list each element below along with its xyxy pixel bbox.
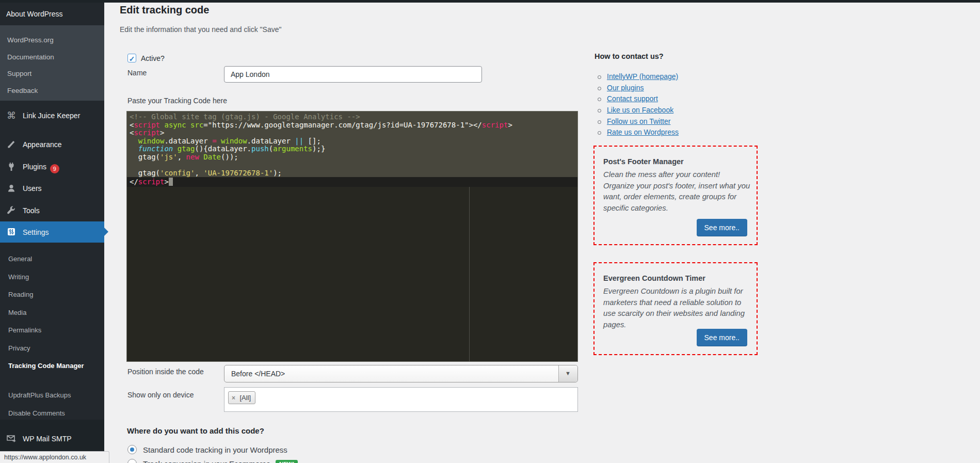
code-line: function gtag(){dataLayer.push(arguments… [130, 145, 577, 153]
sidebar-item-disable-comments[interactable]: Disable Comments [8, 407, 101, 419]
link-our-plugins[interactable]: Our plugins [607, 84, 644, 92]
plugins-update-badge: 9 [50, 164, 59, 173]
sidebar-item-writing[interactable]: Writing [8, 271, 101, 283]
see-more-button[interactable]: See more.. [697, 329, 747, 346]
flyout-item-support[interactable]: Support [7, 70, 31, 80]
code-line: gtag('js', new Date()); [130, 153, 577, 162]
menu-label: Tools [23, 206, 40, 215]
bullet-icon [598, 120, 601, 124]
radio-ecommerce-tracking[interactable] [127, 459, 137, 463]
bullet-icon [598, 109, 601, 113]
bullet-icon [598, 87, 601, 90]
device-tag-all: × [All] [228, 391, 255, 404]
code-line: gtag('config', 'UA-197672678-1'); [130, 169, 577, 178]
sidebar-item-wp-mail-smtp[interactable]: WP Mail SMTP [0, 429, 104, 449]
sidebar-item-media[interactable]: Media [8, 307, 101, 318]
sidebar-item-plugins[interactable]: Plugins9 [0, 157, 104, 177]
tracking-code-editor[interactable]: <!-- Global site tag (gtag.js) - Google … [126, 111, 578, 362]
promo-title: Evergreen Countdown Timer [603, 274, 705, 282]
bullet-icon [598, 98, 601, 101]
sidebar-item-tools[interactable]: Tools [0, 201, 104, 220]
code-line: <script async src="https://www.googletag… [130, 121, 577, 130]
device-tag-label: [All] [239, 394, 251, 402]
code-line: <script> [130, 129, 577, 137]
page: About WordPress WordPress.org Documentat… [0, 0, 980, 463]
settings-icon [6, 227, 17, 237]
menu-label: Settings [23, 228, 49, 236]
menu-label: Appearance [23, 140, 62, 149]
link-contact-support[interactable]: Contact support [607, 94, 658, 103]
radio-standard-tracking[interactable] [127, 445, 137, 454]
user-icon [6, 183, 17, 194]
sidebar-item-about-wordpress[interactable]: About WordPress [0, 3, 104, 25]
page-subtitle: Edit the information that you need and c… [120, 25, 281, 34]
code-line [130, 161, 577, 169]
sidebar-item-settings[interactable]: Settings [0, 221, 104, 243]
position-label: Position inside the code [127, 368, 204, 376]
active-checkbox[interactable]: ✓ [127, 54, 136, 62]
menu-label: Link Juice Keeper [23, 111, 80, 120]
radio-standard-label: Standard code tracking in your Wordpress [143, 445, 287, 454]
sidebar-item-permalinks[interactable]: Permalinks [8, 324, 101, 336]
admin-topbar [0, 0, 980, 3]
name-label: Name [127, 69, 147, 77]
code-line: window.dataLayer = window.dataLayer || [… [130, 137, 577, 146]
menu-label: Users [23, 184, 42, 193]
flyout-item-documentation[interactable]: Documentation [7, 53, 54, 63]
code-content: <!-- Global site tag (gtag.js) - Google … [127, 111, 577, 178]
sidebar-item-tracking-code-manager[interactable]: Tracking Code Manager [8, 360, 86, 372]
radio-ecommerce-label: Track conversion in your EcommerceNEW! [143, 459, 298, 463]
about-wordpress-label: About WordPress [6, 10, 62, 18]
knot-icon: ⌘ [6, 110, 17, 121]
sidebar-item-general[interactable]: General [8, 253, 101, 265]
select-dropdown-button[interactable]: ▼ [558, 365, 577, 382]
device-multiselect[interactable]: × [All] [224, 387, 578, 412]
position-select[interactable]: Before </HEAD> ▼ [224, 365, 578, 382]
sidebar-item-updraftplus-backups[interactable]: UpdraftPlus Backups [8, 389, 101, 401]
promo-title: Post's Footer Manager [603, 157, 684, 166]
flyout-item-feedback[interactable]: Feedback [7, 87, 38, 97]
active-label: Active? [141, 54, 165, 62]
promo-evergreen-countdown-timer: Evergreen Countdown Timer Evergreen Coun… [593, 262, 758, 355]
brush-icon [6, 139, 17, 150]
check-icon: ✓ [129, 55, 135, 63]
contact-title: How to contact us? [595, 52, 664, 60]
menu-label: Plugins9 [23, 163, 59, 173]
where-heading: Where do you want to add this code? [127, 426, 264, 435]
editor-ruler-line [469, 187, 470, 361]
device-label: Show only on device [127, 391, 194, 399]
new-badge: NEW! [276, 460, 298, 463]
link-facebook[interactable]: Like us on Facebook [607, 106, 673, 114]
wrench-icon [6, 205, 17, 216]
mail-icon [6, 434, 17, 444]
code-line: <!-- Global site tag (gtag.js) - Google … [130, 113, 577, 121]
code-label: Paste your Tracking Code here [127, 97, 227, 105]
remove-tag-icon[interactable]: × [232, 394, 235, 402]
sidebar-item-appearance[interactable]: Appearance [0, 135, 104, 154]
active-menu-arrow [104, 228, 108, 236]
flyout-item-wordpress-org[interactable]: WordPress.org [7, 36, 54, 46]
status-url: https://www.applondon.co.uk [4, 454, 86, 461]
sidebar-item-link-juice-keeper[interactable]: ⌘ Link Juice Keeper [0, 106, 104, 125]
link-intellywp-homepage[interactable]: IntellyWP (homepage) [607, 72, 678, 81]
see-more-button[interactable]: See more.. [697, 219, 747, 236]
sidebar-item-users[interactable]: Users [0, 179, 104, 198]
name-input[interactable] [224, 66, 482, 83]
link-status-tooltip: https://www.applondon.co.uk [0, 451, 109, 463]
promo-description: Clean the mess after your content! Organ… [603, 169, 752, 214]
menu-label: WP Mail SMTP [23, 435, 72, 443]
admin-sidebar: About WordPress WordPress.org Documentat… [0, 3, 104, 463]
link-twitter[interactable]: Follow us on Twitter [607, 117, 670, 125]
page-title: Edit tracking code [120, 4, 209, 16]
chevron-down-icon: ▼ [565, 370, 571, 376]
promo-posts-footer-manager: Post's Footer Manager Clean the mess aft… [593, 146, 758, 245]
bullet-icon [598, 75, 601, 79]
sidebar-item-reading[interactable]: Reading [8, 289, 101, 300]
link-rate-wordpress[interactable]: Rate us on Wordpress [607, 128, 679, 136]
plug-icon [6, 162, 17, 172]
bullet-icon [598, 131, 601, 135]
wordpress-flyout-menu: WordPress.org Documentation Support Feed… [0, 25, 104, 101]
position-select-value: Before </HEAD> [231, 370, 285, 378]
sidebar-item-privacy[interactable]: Privacy [8, 342, 101, 354]
code-line: </script> [127, 177, 577, 187]
